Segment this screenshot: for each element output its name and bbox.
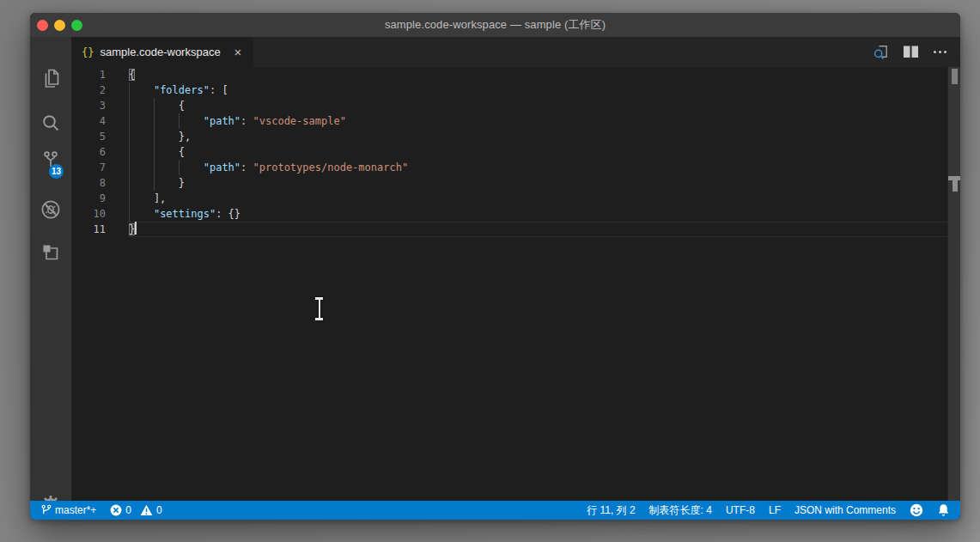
indent-guide xyxy=(129,129,130,144)
close-window-button[interactable] xyxy=(37,20,48,31)
branch-name: master*+ xyxy=(55,504,96,516)
code-text: } xyxy=(129,222,947,237)
code-line[interactable]: 10 "settings": {} xyxy=(71,206,947,222)
code-line[interactable]: 1{ xyxy=(71,67,947,82)
code-rows: 1{2 "folders": [3 {4 "path": "vscode-sam… xyxy=(71,67,947,237)
code-line[interactable]: 3 { xyxy=(71,98,947,113)
code-token: "folders" xyxy=(154,84,210,96)
smiley-icon xyxy=(910,503,923,517)
sidebar-item-explorer[interactable] xyxy=(30,63,71,94)
problems-status[interactable]: 0 0 xyxy=(110,504,161,516)
sidebar-item-source-control[interactable]: 13 xyxy=(30,145,71,176)
sidebar-item-extensions[interactable] xyxy=(30,237,71,268)
desktop-background: sample.code-workspace — sample (工作区) xyxy=(0,0,980,542)
cursor-position-status[interactable]: 行 11, 列 2 xyxy=(587,503,635,518)
indent-guide xyxy=(129,175,130,191)
editor-scrollbar[interactable] xyxy=(947,67,960,501)
indentation-status[interactable]: 制表符长度: 4 xyxy=(649,503,712,518)
language-mode-status[interactable]: JSON with Comments xyxy=(794,504,896,516)
code-token xyxy=(129,208,154,220)
sidebar-item-search[interactable] xyxy=(30,107,71,138)
code-text: }, xyxy=(129,129,947,144)
code-text: ], xyxy=(129,191,947,206)
indent-guide xyxy=(154,144,155,160)
zoom-window-button[interactable] xyxy=(71,20,82,31)
text-cursor xyxy=(135,222,137,234)
status-bar-right: 行 11, 列 2 制表符长度: 4 UTF-8 LF JSON with Co… xyxy=(587,503,950,518)
scrollbar-thumb[interactable] xyxy=(952,69,958,84)
indent-guide xyxy=(129,113,130,129)
code-text: { xyxy=(129,67,947,82)
encoding-status[interactable]: UTF-8 xyxy=(726,504,755,516)
code-line[interactable]: 8 } xyxy=(71,175,947,191)
bracket-match: { xyxy=(129,69,135,81)
code-text: "folders": [ xyxy=(129,82,947,98)
warning-count: 0 xyxy=(156,504,162,516)
code-token: "path" xyxy=(204,115,240,127)
window-title: sample.code-workspace — sample (工作区) xyxy=(385,17,606,33)
git-branch-status[interactable]: master*+ xyxy=(40,504,96,516)
source-control-badge: 13 xyxy=(49,164,64,179)
files-icon xyxy=(39,66,63,90)
line-number: 4 xyxy=(71,113,106,129)
git-branch-icon xyxy=(40,504,52,516)
eol-status[interactable]: LF xyxy=(769,504,781,516)
feedback-button[interactable] xyxy=(910,503,923,517)
sidebar-item-debug[interactable] xyxy=(30,194,71,225)
code-line[interactable]: 5 }, xyxy=(71,129,947,144)
code-token: "settings" xyxy=(154,208,216,220)
vscode-window: sample.code-workspace — sample (工作区) xyxy=(30,13,960,520)
indent-guide xyxy=(129,191,130,206)
split-editor-button[interactable] xyxy=(902,44,919,61)
line-number: 11 xyxy=(71,222,106,237)
indent-guide xyxy=(154,175,155,191)
open-preview-button[interactable] xyxy=(873,44,890,61)
code-line[interactable]: 4 "path": "vscode-sample" xyxy=(71,113,947,129)
title-bar: sample.code-workspace — sample (工作区) xyxy=(30,13,960,37)
code-token: "vscode-sample" xyxy=(253,115,346,127)
line-number: 2 xyxy=(71,82,106,98)
search-icon xyxy=(39,111,63,135)
line-number: 6 xyxy=(71,144,106,160)
code-line[interactable]: 9 ], xyxy=(71,191,947,206)
activity-bar: 13 xyxy=(30,37,71,501)
code-token: { xyxy=(129,100,185,112)
indent-guide xyxy=(154,113,155,129)
indent-guide xyxy=(179,113,180,129)
minimize-window-button[interactable] xyxy=(54,20,65,31)
indent-guide xyxy=(129,98,130,113)
code-token xyxy=(129,115,204,127)
mouse-ibeam-cursor xyxy=(313,297,325,320)
line-number: 9 xyxy=(71,191,106,206)
code-token: ], xyxy=(129,192,166,204)
code-line[interactable]: 2 "folders": [ xyxy=(71,82,947,98)
code-line[interactable]: 6 { xyxy=(71,144,947,160)
code-token: : xyxy=(240,161,253,174)
overview-ruler-cursor-marker-stem xyxy=(953,180,958,192)
line-number: 7 xyxy=(71,160,106,175)
code-token: "prototypes/node-monarch" xyxy=(253,161,409,174)
code-text: "path": "prototypes/node-monarch" xyxy=(129,160,947,175)
error-count: 0 xyxy=(125,504,131,516)
code-token: : [ xyxy=(210,84,228,96)
code-line[interactable]: 7 "path": "prototypes/node-monarch" xyxy=(71,160,947,175)
more-actions-button[interactable] xyxy=(931,44,948,61)
indent-guide xyxy=(129,160,130,175)
close-tab-icon[interactable]: × xyxy=(231,46,245,58)
indent-guide xyxy=(154,129,155,144)
preview-search-icon xyxy=(873,43,890,61)
notifications-button[interactable] xyxy=(937,503,950,517)
json-braces-icon: {} xyxy=(82,46,94,58)
code-line[interactable]: 11} xyxy=(71,222,947,237)
editor-pane[interactable]: 1{2 "folders": [3 {4 "path": "vscode-sam… xyxy=(71,67,960,501)
editor-actions xyxy=(873,37,960,67)
line-number: 10 xyxy=(71,206,106,222)
status-bar: master*+ 0 0 行 11, 列 2 制表符长 xyxy=(30,501,960,520)
tab-bar: {} sample.code-workspace × xyxy=(71,37,960,67)
code-text: { xyxy=(129,144,947,160)
code-text: "path": "vscode-sample" xyxy=(129,113,947,129)
indent-guide xyxy=(129,144,130,160)
code-token xyxy=(129,161,204,174)
warning-icon xyxy=(140,504,153,516)
tab-sample-code-workspace[interactable]: {} sample.code-workspace × xyxy=(71,37,253,67)
